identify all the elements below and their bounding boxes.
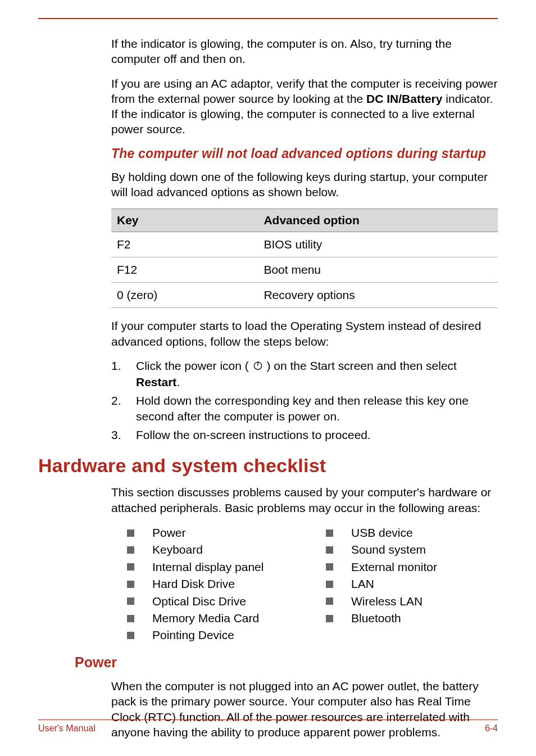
list-item: Hard Disk Drive xyxy=(111,576,299,592)
table-row: 0 (zero) Recovery options xyxy=(111,283,498,308)
bullet-icon xyxy=(127,615,134,622)
table-cell-key: F2 xyxy=(111,232,258,257)
bullet-icon xyxy=(326,546,333,554)
table-cell-key: F12 xyxy=(111,257,258,283)
list-item-label: Internal display panel xyxy=(152,559,264,576)
step-1-end: . xyxy=(176,375,180,388)
list-item: Keyboard xyxy=(111,541,299,558)
after-table-para: If your computer starts to load the Oper… xyxy=(111,318,498,349)
bullet-icon xyxy=(326,597,333,605)
list-item: Bluetooth xyxy=(310,610,498,627)
table-row: F12 Boot menu xyxy=(111,257,498,283)
hw-body: This section discusses problems caused b… xyxy=(111,485,498,644)
bullet-icon xyxy=(127,632,134,639)
steps-list: 1. Click the power icon ( ) on the Start… xyxy=(111,358,498,442)
list-item: Memory Media Card xyxy=(111,610,299,627)
footer-row: User's Manual 6-4 xyxy=(38,723,498,734)
power-icon xyxy=(252,359,264,374)
intro-para-1: If the indicator is glowing, the compute… xyxy=(111,36,498,67)
bullet-icon xyxy=(127,581,134,588)
step-number: 2. xyxy=(111,393,136,408)
step-text: Hold down the corresponding key and then… xyxy=(136,393,498,424)
list-item: USB device xyxy=(310,524,498,541)
list-item-label: External monitor xyxy=(351,559,437,576)
heading-hardware-checklist: Hardware and system checklist xyxy=(38,455,498,477)
list-item: External monitor xyxy=(310,559,498,576)
list-item: Sound system xyxy=(310,541,498,558)
hw-areas-left: Power Keyboard Internal display panel Ha… xyxy=(111,524,299,644)
list-item: Optical Disc Drive xyxy=(111,593,299,610)
step-text: Click the power icon ( ) on the Start sc… xyxy=(136,358,498,390)
startup-keys-table: Key Advanced option F2 BIOS utility F12 … xyxy=(111,209,498,308)
hw-areas-right: USB device Sound system External monitor… xyxy=(310,524,498,644)
list-item-label: Sound system xyxy=(351,541,426,558)
startup-lead: By holding down one of the following key… xyxy=(111,169,498,200)
bullet-icon xyxy=(127,529,134,537)
table-header-key: Key xyxy=(111,209,258,232)
list-item-label: Pointing Device xyxy=(152,627,234,644)
table-cell-option: Recovery options xyxy=(258,283,498,308)
bullet-icon xyxy=(127,597,134,605)
table-cell-key: 0 (zero) xyxy=(111,283,258,308)
step-text: Follow the on-screen instructions to pro… xyxy=(136,427,498,442)
table-cell-option: Boot menu xyxy=(258,257,498,283)
step-3: 3. Follow the on-screen instructions to … xyxy=(111,427,498,442)
step-1-post: ) on the Start screen and then select xyxy=(264,359,457,372)
list-item-label: Power xyxy=(152,524,186,541)
page-footer: User's Manual 6-4 xyxy=(38,719,498,734)
table-cell-option: BIOS utility xyxy=(258,232,498,257)
intro-para-2: If you are using an AC adaptor, verify t… xyxy=(111,76,498,137)
list-item-label: Wireless LAN xyxy=(351,593,423,610)
list-item: LAN xyxy=(310,576,498,592)
list-item: Power xyxy=(111,524,299,541)
list-item-label: Bluetooth xyxy=(351,610,401,627)
step-1-bold: Restart xyxy=(136,375,176,388)
hw-lead: This section discusses problems caused b… xyxy=(111,485,498,515)
step-number: 1. xyxy=(111,358,136,373)
table-header-option: Advanced option xyxy=(258,209,498,232)
bullet-icon xyxy=(326,563,333,571)
step-1: 1. Click the power icon ( ) on the Start… xyxy=(111,358,498,390)
list-item-label: LAN xyxy=(351,576,374,592)
step-number: 3. xyxy=(111,427,136,442)
list-item: Wireless LAN xyxy=(310,593,498,610)
list-item-label: Optical Disc Drive xyxy=(152,593,246,610)
top-rule xyxy=(38,18,498,19)
bullet-icon xyxy=(127,563,134,571)
list-item-label: USB device xyxy=(351,524,413,541)
list-item: Internal display panel xyxy=(111,559,299,576)
hw-areas-columns: Power Keyboard Internal display panel Ha… xyxy=(111,524,498,644)
list-item-label: Memory Media Card xyxy=(152,610,259,627)
footer-left: User's Manual xyxy=(38,723,96,734)
list-item-label: Hard Disk Drive xyxy=(152,576,235,592)
heading-startup-options: The computer will not load advanced opti… xyxy=(111,146,498,161)
page: If the indicator is glowing, the compute… xyxy=(0,0,536,756)
footer-right: 6-4 xyxy=(485,723,498,734)
bullet-icon xyxy=(127,546,134,554)
heading-power: Power xyxy=(75,654,498,671)
bullet-icon xyxy=(326,529,333,537)
table-row: F2 BIOS utility xyxy=(111,232,498,257)
footer-rule xyxy=(38,719,498,720)
bullet-icon xyxy=(326,581,333,588)
bullet-icon xyxy=(326,615,333,622)
intro-p2-bold: DC IN/Battery xyxy=(366,92,442,105)
step-1-pre: Click the power icon ( xyxy=(136,359,252,372)
list-item: Pointing Device xyxy=(111,627,299,644)
table-header-row: Key Advanced option xyxy=(111,209,498,232)
step-2: 2. Hold down the corresponding key and t… xyxy=(111,393,498,424)
body-column: If the indicator is glowing, the compute… xyxy=(111,36,498,442)
list-item-label: Keyboard xyxy=(152,541,203,558)
